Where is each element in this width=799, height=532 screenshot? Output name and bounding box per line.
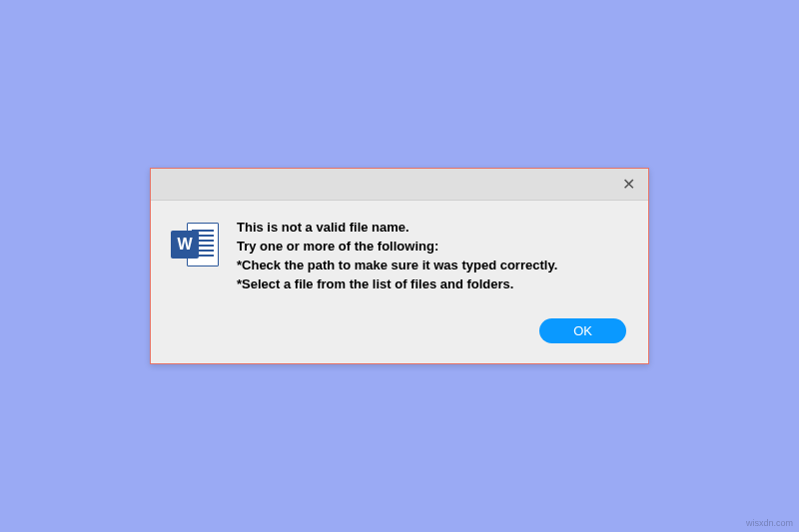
dialog-content: W This is not a valid file name. Try one…	[151, 201, 648, 311]
message-line: *Select a file from the list of files an…	[237, 275, 557, 294]
message-line: *Check the path to make sure it was type…	[237, 257, 557, 275]
close-icon: ✕	[622, 175, 635, 194]
message-line: Try one or more of the following:	[237, 238, 557, 257]
dialog-buttons: OK	[151, 312, 648, 363]
word-icon-letter: W	[171, 231, 199, 259]
word-icon: W	[171, 221, 219, 268]
close-button[interactable]: ✕	[616, 173, 640, 197]
watermark: wisxdn.com	[746, 518, 793, 528]
app-icon-wrap: W	[171, 219, 219, 293]
dialog-message: This is not a valid file name. Try one o…	[237, 219, 557, 293]
dialog-titlebar: ✕	[151, 169, 648, 201]
message-line: This is not a valid file name.	[237, 219, 557, 238]
error-dialog: ✕ W This is not a valid file name. Try o…	[150, 168, 649, 363]
ok-button[interactable]: OK	[539, 318, 626, 343]
